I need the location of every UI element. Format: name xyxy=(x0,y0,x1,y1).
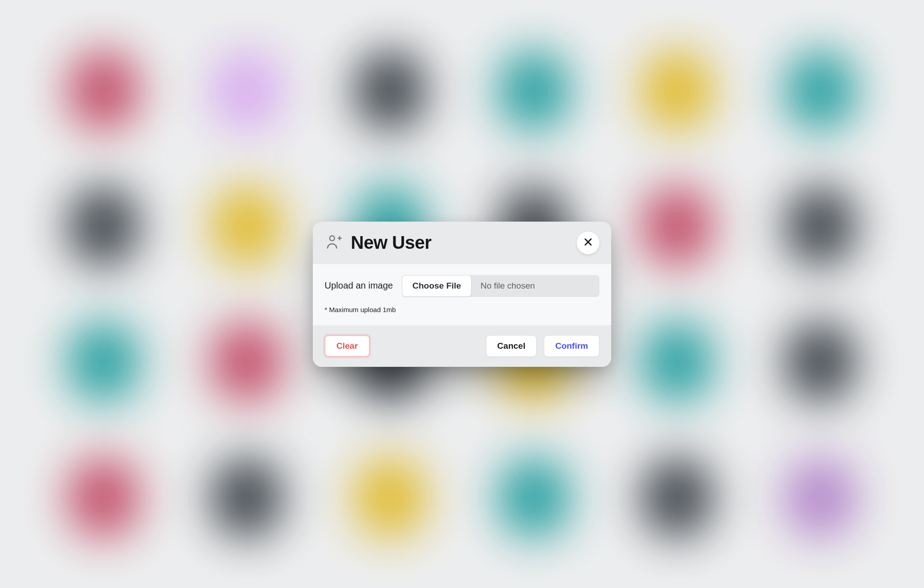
close-icon xyxy=(583,237,593,248)
confirm-button[interactable]: Confirm xyxy=(544,335,599,357)
clear-button[interactable]: Clear xyxy=(325,335,370,357)
svg-point-0 xyxy=(330,236,335,241)
modal-footer: Clear Cancel Confirm xyxy=(313,325,611,367)
file-status-text: No file chosen xyxy=(471,275,599,297)
modal-title: New User xyxy=(351,232,569,253)
modal-body: Upload an image Choose File No file chos… xyxy=(313,264,611,325)
choose-file-button[interactable]: Choose File xyxy=(402,275,471,297)
cancel-button[interactable]: Cancel xyxy=(486,335,537,357)
modal-overlay: New User Upload an image Choose File No … xyxy=(0,0,924,588)
upload-hint: * Maximum upload 1mb xyxy=(325,297,599,321)
user-plus-icon xyxy=(325,233,343,253)
upload-label: Upload an image xyxy=(325,280,393,291)
new-user-modal: New User Upload an image Choose File No … xyxy=(313,222,611,367)
upload-row: Upload an image Choose File No file chos… xyxy=(325,275,599,297)
modal-header: New User xyxy=(313,222,611,264)
file-picker: Choose File No file chosen xyxy=(402,275,599,297)
close-button[interactable] xyxy=(577,232,599,254)
